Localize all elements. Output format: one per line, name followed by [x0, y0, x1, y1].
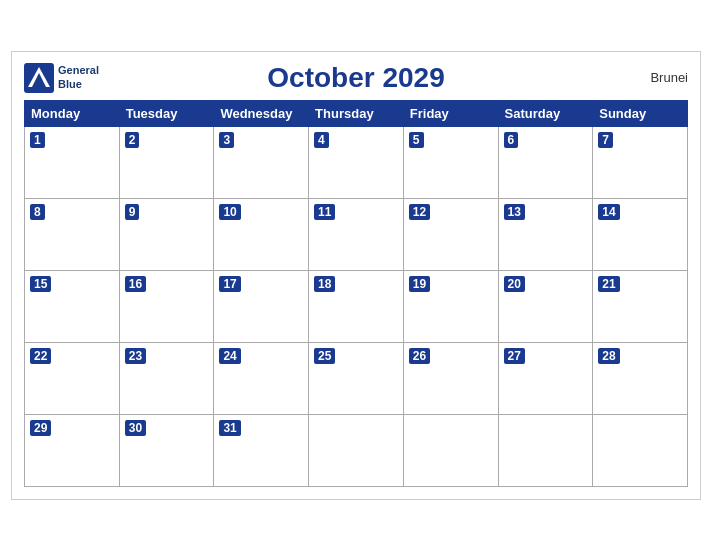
calendar-cell: 20	[498, 270, 593, 342]
day-number: 25	[314, 348, 335, 364]
day-number: 2	[125, 132, 140, 148]
weekday-header-saturday: Saturday	[498, 100, 593, 126]
calendar-cell: 28	[593, 342, 688, 414]
calendar-cell: 31	[214, 414, 309, 486]
day-number: 17	[219, 276, 240, 292]
calendar-cell: 25	[309, 342, 404, 414]
day-number: 19	[409, 276, 430, 292]
day-number: 10	[219, 204, 240, 220]
weekday-header-tuesday: Tuesday	[119, 100, 214, 126]
calendar-cell: 9	[119, 198, 214, 270]
calendar-cell: 10	[214, 198, 309, 270]
day-number: 8	[30, 204, 45, 220]
day-number: 18	[314, 276, 335, 292]
calendar-cell: 30	[119, 414, 214, 486]
calendar-cell: 18	[309, 270, 404, 342]
calendar-cell: 29	[25, 414, 120, 486]
calendar-cell: 11	[309, 198, 404, 270]
calendar-cell: 23	[119, 342, 214, 414]
day-number: 6	[504, 132, 519, 148]
day-number: 26	[409, 348, 430, 364]
day-number: 3	[219, 132, 234, 148]
logo-line1: General	[58, 64, 99, 77]
day-number: 28	[598, 348, 619, 364]
day-number: 5	[409, 132, 424, 148]
calendar-cell: 21	[593, 270, 688, 342]
day-number: 9	[125, 204, 140, 220]
day-number: 16	[125, 276, 146, 292]
calendar-cell: 8	[25, 198, 120, 270]
calendar-tbody: 1234567891011121314151617181920212223242…	[25, 126, 688, 486]
weekday-row: MondayTuesdayWednesdayThursdayFridaySatu…	[25, 100, 688, 126]
week-row-2: 891011121314	[25, 198, 688, 270]
calendar-cell: 3	[214, 126, 309, 198]
weekday-header-wednesday: Wednesday	[214, 100, 309, 126]
calendar-cell: 5	[403, 126, 498, 198]
week-row-4: 22232425262728	[25, 342, 688, 414]
week-row-1: 1234567	[25, 126, 688, 198]
day-number: 1	[30, 132, 45, 148]
calendar-cell: 12	[403, 198, 498, 270]
day-number: 20	[504, 276, 525, 292]
day-number: 15	[30, 276, 51, 292]
calendar-cell: 15	[25, 270, 120, 342]
logo-line2: Blue	[58, 78, 99, 91]
calendar-cell	[593, 414, 688, 486]
logo-icon	[24, 63, 54, 93]
day-number: 7	[598, 132, 613, 148]
calendar-cell	[309, 414, 404, 486]
weekday-header-sunday: Sunday	[593, 100, 688, 126]
week-row-5: 293031	[25, 414, 688, 486]
calendar-cell: 7	[593, 126, 688, 198]
week-row-3: 15161718192021	[25, 270, 688, 342]
day-number: 4	[314, 132, 329, 148]
calendar-cell: 17	[214, 270, 309, 342]
calendar-cell: 6	[498, 126, 593, 198]
calendar-title: October 2029	[267, 62, 444, 94]
weekday-header-thursday: Thursday	[309, 100, 404, 126]
calendar-cell	[498, 414, 593, 486]
day-number: 24	[219, 348, 240, 364]
day-number: 29	[30, 420, 51, 436]
logo-text: General Blue	[58, 64, 99, 90]
calendar-table: MondayTuesdayWednesdayThursdayFridaySatu…	[24, 100, 688, 487]
calendar-cell: 24	[214, 342, 309, 414]
calendar-cell: 13	[498, 198, 593, 270]
calendar-container: General Blue October 2029 Brunei MondayT…	[11, 51, 701, 500]
day-number: 14	[598, 204, 619, 220]
day-number: 22	[30, 348, 51, 364]
calendar-cell: 1	[25, 126, 120, 198]
calendar-header: General Blue October 2029 Brunei	[24, 62, 688, 94]
calendar-cell: 2	[119, 126, 214, 198]
logo: General Blue	[24, 63, 99, 93]
calendar-thead: MondayTuesdayWednesdayThursdayFridaySatu…	[25, 100, 688, 126]
day-number: 31	[219, 420, 240, 436]
calendar-cell: 22	[25, 342, 120, 414]
day-number: 23	[125, 348, 146, 364]
calendar-cell: 16	[119, 270, 214, 342]
calendar-cell: 14	[593, 198, 688, 270]
day-number: 13	[504, 204, 525, 220]
calendar-cell: 27	[498, 342, 593, 414]
day-number: 21	[598, 276, 619, 292]
day-number: 11	[314, 204, 335, 220]
calendar-cell: 26	[403, 342, 498, 414]
weekday-header-friday: Friday	[403, 100, 498, 126]
calendar-cell	[403, 414, 498, 486]
day-number: 27	[504, 348, 525, 364]
day-number: 30	[125, 420, 146, 436]
calendar-cell: 19	[403, 270, 498, 342]
calendar-cell: 4	[309, 126, 404, 198]
day-number: 12	[409, 204, 430, 220]
country-label: Brunei	[650, 70, 688, 85]
weekday-header-monday: Monday	[25, 100, 120, 126]
